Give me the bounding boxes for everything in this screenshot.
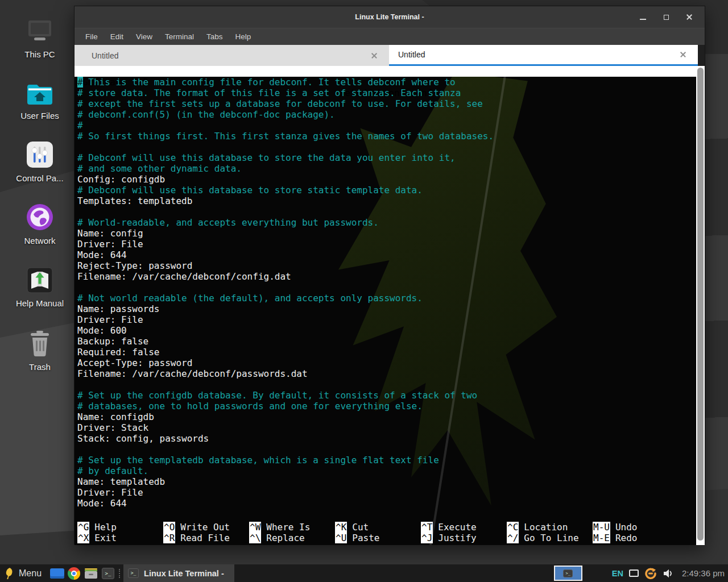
terminal-line: Driver: Stack (77, 422, 696, 433)
terminal-line (77, 379, 696, 390)
shortcut-label: Cut (352, 522, 369, 533)
nano-buffer: # This is the main config file for debco… (77, 77, 696, 509)
terminal-line: Mode: 600 (77, 325, 696, 336)
scrollbar-thumb[interactable] (697, 68, 704, 541)
shortcut-label: Execute (438, 522, 476, 533)
nano-shortcuts: ^GHelp^OWrite Out^WWhere Is^KCut^TExecut… (77, 522, 693, 543)
terminal-line: Name: passwords (77, 304, 696, 314)
control-panel-icon (6, 140, 74, 168)
terminal-line: Stack: config, passwords (77, 433, 696, 444)
tab-label: Untitled (92, 51, 371, 60)
shortcut-key: ^R (163, 533, 175, 543)
desktop-icon-this-pc[interactable]: This PC (6, 16, 74, 59)
terminal-line: # World-readable, and accepts everything… (77, 217, 696, 228)
terminal-line: Backup: false (77, 336, 696, 347)
shortcut-label: Help (94, 522, 117, 533)
terminal-line: Accept-Type: password (77, 357, 696, 368)
menu-file[interactable]: File (79, 32, 104, 41)
terminal-line: Required: false (77, 347, 696, 357)
desktop-icon-help-manual[interactable]: Help Manual (6, 265, 74, 308)
network-globe-icon (6, 202, 74, 231)
tab-bar-filler (698, 45, 705, 66)
taskbar-window-button[interactable]: >_ Linux Lite Terminal - (123, 564, 234, 582)
folder-icon (50, 568, 64, 579)
menu-help[interactable]: Help (229, 32, 258, 41)
tab-close-icon[interactable] (371, 52, 378, 59)
terminal-line: # (77, 120, 696, 131)
terminal-line: Driver: File (77, 239, 696, 250)
terminal-line: # store data. The format of this file is… (77, 88, 696, 98)
terminal-content[interactable]: GNU nano 7.2 /etc/debconf.conf # This is… (75, 66, 705, 545)
tab-untitled-1[interactable]: Untitled (75, 45, 389, 66)
desktop-icon-label: User Files (6, 111, 74, 120)
keyboard-layout-indicator[interactable]: EN (612, 569, 623, 578)
menu-edit[interactable]: Edit (104, 32, 130, 41)
archive-drawer-icon[interactable] (82, 566, 100, 581)
terminal-line (77, 444, 696, 455)
shortcut-label: Paste (352, 533, 379, 543)
terminal-line: Filename: /var/cache/debconf/config.dat (77, 271, 696, 282)
volume-icon[interactable] (663, 568, 674, 579)
system-tray: EN 2:49:36 pm (612, 567, 725, 580)
tab-label: Untitled (398, 50, 680, 59)
nano-shortcut: ^JJustify (421, 533, 507, 543)
folder-home-icon (6, 77, 74, 106)
shortcut-label: Write Out (180, 522, 230, 533)
terminal-line: # Set up the configdb database. By defau… (77, 390, 696, 401)
menu-tabs[interactable]: Tabs (200, 32, 229, 41)
nano-titlebar: GNU nano 7.2 /etc/debconf.conf (75, 66, 697, 77)
close-button[interactable] (685, 13, 693, 21)
tab-close-icon[interactable] (680, 51, 686, 58)
shortcut-key: M-E (593, 533, 610, 543)
terminal-launcher-icon[interactable]: >_ (100, 566, 117, 581)
shortcut-key: ^X (77, 533, 89, 543)
nano-shortcut: ^/Go To Line (507, 533, 593, 543)
terminal-line (77, 206, 696, 217)
terminal-line: Name: config (77, 228, 696, 239)
terminal-line: Config: configdb (77, 174, 696, 185)
text-cursor: # (77, 77, 83, 88)
desktop-icon-user-files[interactable]: User Files (6, 77, 74, 120)
window-title: Linux Lite Terminal - (75, 13, 705, 21)
shortcut-key: ^C (507, 522, 519, 533)
shortcut-label: Exit (94, 533, 117, 543)
workspace-switcher[interactable]: >_ (554, 566, 582, 581)
linux-lite-logo-icon[interactable] (5, 567, 15, 580)
terminal-icon: >_ (102, 568, 114, 579)
window-titlebar[interactable]: Linux Lite Terminal - (75, 6, 705, 28)
display-icon[interactable] (629, 569, 639, 577)
terminal-line: # and some other dynamic data. (77, 163, 696, 174)
maximize-button[interactable] (662, 13, 670, 21)
menu-view[interactable]: View (130, 32, 159, 41)
shortcut-label: Redo (615, 533, 638, 543)
terminal-line: # debconf.conf(5) (in the debconf-doc pa… (77, 109, 696, 120)
clock[interactable]: 2:49:36 pm (682, 568, 725, 578)
update-manager-icon[interactable] (644, 567, 657, 580)
desktop-icon-control-panel[interactable]: Control Pa... (6, 140, 74, 183)
terminal-line (77, 142, 696, 152)
terminal-line: Mode: 644 (77, 250, 696, 260)
menu-button[interactable]: Menu (19, 568, 42, 579)
taskbar: Menu >_ >_ Linux Lite Terminal - >_ EN (0, 564, 728, 582)
minimize-button[interactable] (639, 13, 647, 21)
shortcut-label: Undo (615, 522, 638, 533)
taskbar-window-label: Linux Lite Terminal - (144, 569, 224, 578)
desktop-icon-trash[interactable]: Trash (6, 329, 74, 372)
shortcut-label: Go To Line (524, 533, 578, 543)
terminal-line: # This is the main config file for debco… (77, 77, 696, 88)
menu-terminal[interactable]: Terminal (159, 32, 200, 41)
chrome-icon[interactable] (65, 566, 82, 581)
help-manual-icon (6, 265, 74, 293)
nano-shortcut: ^KCut (335, 522, 421, 533)
file-manager-icon[interactable] (48, 566, 65, 581)
tab-untitled-2-active[interactable]: Untitled (389, 45, 698, 66)
desktop-icon-network[interactable]: Network (6, 202, 74, 246)
nano-shortcut: ^UPaste (335, 533, 421, 543)
terminal-line: # by default. (77, 465, 696, 476)
window-menubar: File Edit View Terminal Tabs Help (75, 28, 705, 45)
terminal-line: # Not world readable (the default), and … (77, 293, 696, 304)
shortcut-label: Replace (266, 533, 304, 543)
terminal-scrollbar[interactable] (696, 66, 705, 545)
trash-icon (6, 329, 74, 357)
shortcut-key: ^G (77, 522, 89, 533)
